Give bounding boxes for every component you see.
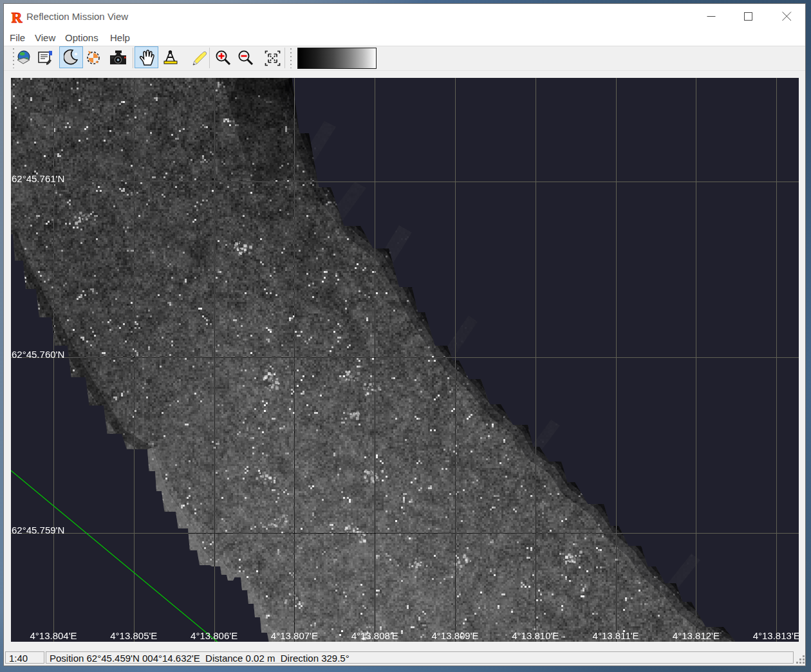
svg-text:R: R (12, 10, 23, 24)
